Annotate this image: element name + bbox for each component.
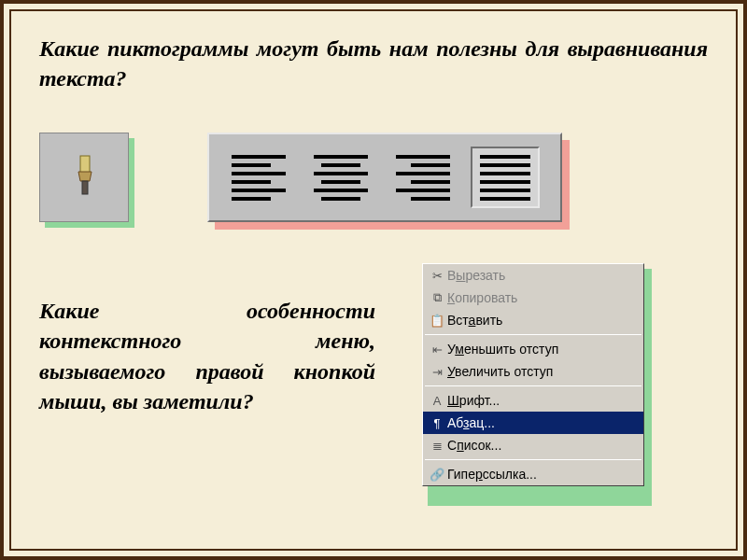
align-center-button[interactable] xyxy=(306,147,375,208)
context-menu-item-label: Копировать xyxy=(447,290,636,305)
alignment-toolbar xyxy=(207,133,570,230)
context-menu-item[interactable]: ⇤Уменьшить отступ xyxy=(423,338,643,360)
paste-icon: 📋 xyxy=(427,314,447,328)
context-menu-item-label: Список... xyxy=(447,438,636,453)
context-menu-item[interactable]: 📋Вставить xyxy=(423,309,643,331)
svg-rect-0 xyxy=(80,156,90,173)
context-menu-panel: ✂Вырезать⧉Копировать📋Вставить⇤Уменьшить … xyxy=(422,263,646,486)
cut-icon: ✂ xyxy=(427,269,447,283)
format-painter-panel xyxy=(39,133,136,230)
context-menu-item-label: Увеличить отступ xyxy=(447,364,636,379)
align-right-button[interactable] xyxy=(388,147,458,208)
context-menu-item-label: Гиперссылка... xyxy=(447,467,636,482)
link-icon: 🔗 xyxy=(427,468,447,482)
svg-marker-1 xyxy=(78,172,92,181)
context-menu-separator xyxy=(425,385,641,386)
context-menu-separator xyxy=(425,459,641,460)
context-menu-item[interactable]: ≣Список... xyxy=(423,434,643,456)
context-menu-item-label: Абзац... xyxy=(447,415,636,430)
context-menu: ✂Вырезать⧉Копировать📋Вставить⇤Уменьшить … xyxy=(422,263,644,486)
context-menu-item-label: Шрифт... xyxy=(447,393,636,408)
question-2-text: Какие особенности контекстного меню, выз… xyxy=(39,296,375,417)
copy-icon: ⧉ xyxy=(427,290,447,305)
question-1-text: Какие пиктограммы могут быть нам полезны… xyxy=(39,34,708,94)
context-menu-item[interactable]: ⧉Копировать xyxy=(423,287,643,309)
align-justify-button[interactable] xyxy=(471,147,540,208)
list-icon: ≣ xyxy=(427,439,447,453)
format-painter-icon[interactable] xyxy=(62,153,106,202)
unindent-icon: ⇤ xyxy=(427,343,447,357)
context-menu-item-label: Уменьшить отступ xyxy=(447,342,636,357)
context-menu-item-label: Вырезать xyxy=(447,268,636,283)
context-menu-item[interactable]: ✂Вырезать xyxy=(423,264,643,287)
context-menu-item[interactable]: ¶Абзац... xyxy=(423,412,643,434)
align-left-button[interactable] xyxy=(224,147,293,208)
context-menu-separator xyxy=(425,334,641,335)
indent-icon: ⇥ xyxy=(427,365,447,379)
context-menu-item[interactable]: 🔗Гиперссылка... xyxy=(423,463,643,485)
context-menu-item[interactable]: AШрифт... xyxy=(423,389,643,412)
context-menu-item-label: Вставить xyxy=(447,313,636,328)
svg-rect-2 xyxy=(82,181,88,194)
para-icon: ¶ xyxy=(427,416,447,430)
context-menu-item[interactable]: ⇥Увеличить отступ xyxy=(423,360,643,383)
font-icon: A xyxy=(427,394,447,408)
